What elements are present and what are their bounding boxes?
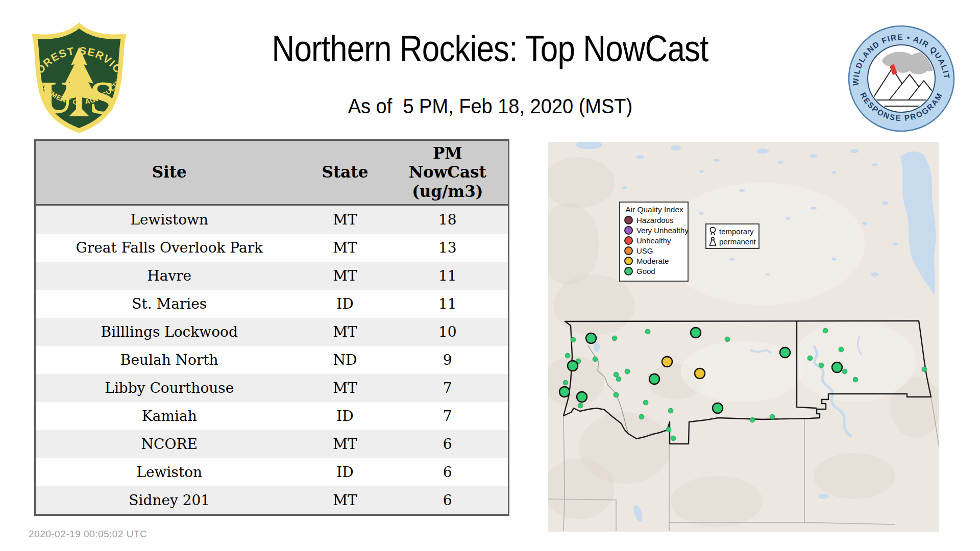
state-cell: MT — [303, 374, 387, 402]
site-cell: St. Maries — [35, 290, 303, 318]
state-cell: MT — [303, 234, 387, 262]
permanent-legend-row: permanent — [709, 236, 756, 246]
permanent-monitor-marker — [662, 357, 672, 367]
temporary-monitor-marker — [666, 427, 671, 432]
state-cell: MT — [303, 262, 387, 290]
value-cell: 7 — [387, 374, 509, 402]
temporary-monitor-marker — [563, 380, 568, 385]
temporary-monitor-marker — [807, 356, 813, 361]
temporary-monitor-marker — [578, 403, 583, 408]
aqi-label: Hazardous — [636, 216, 674, 224]
aqi-legend-title: Air Quality Index — [624, 205, 684, 214]
temporary-legend-row: temporary — [709, 226, 756, 236]
table-row: Libby CourthouseMT7 — [35, 374, 509, 402]
site-cell: Lewiston — [35, 458, 303, 486]
state-cell: ID — [303, 402, 387, 430]
permanent-monitor-marker — [832, 362, 842, 372]
table-row: St. MariesID11 — [35, 290, 509, 318]
table-body: LewistownMT18Great Falls Overlook ParkMT… — [35, 205, 509, 515]
permanent-monitor-marker — [691, 328, 701, 338]
column-header-state: State — [303, 140, 387, 205]
aqi-label: Very Unhealthy — [636, 226, 689, 235]
aqi-swatch — [624, 267, 633, 276]
temporary-monitor-marker — [593, 357, 598, 362]
temporary-monitor-marker — [839, 347, 844, 352]
temporary-monitor-marker — [671, 436, 676, 441]
permanent-monitor-marker — [713, 403, 723, 413]
site-cell: Sidney 201 — [35, 486, 303, 515]
temporary-monitor-marker — [571, 337, 576, 342]
aqi-map: Air Quality Index HazardousVery Unhealth… — [548, 142, 939, 532]
aqi-swatch — [624, 216, 633, 224]
temporary-monitor-marker — [625, 369, 630, 374]
permanent-monitor-marker — [568, 361, 578, 371]
report-slide: FOREST SERVICE U S DEPARTMENT OF AGRICUL… — [0, 0, 980, 551]
column-header-site: Site — [35, 140, 303, 205]
site-cell: Lewistown — [35, 205, 303, 234]
temporary-monitor-marker — [639, 414, 644, 419]
site-cell: Beulah North — [35, 346, 303, 374]
generation-timestamp: 2020-02-19 00:05:02 UTC — [29, 529, 147, 540]
permanent-label: permanent — [719, 237, 756, 246]
value-cell: 13 — [387, 234, 509, 262]
aqi-swatch — [624, 246, 633, 255]
table-row: Sidney 201MT6 — [35, 486, 509, 515]
aqi-swatch — [624, 226, 633, 235]
aqi-legend-item: Hazardous — [624, 216, 684, 224]
state-cell: MT — [303, 318, 387, 346]
state-cell: MT — [303, 430, 387, 458]
table-header: Site State PM NowCast (ug/m3) — [35, 140, 509, 205]
aqi-legend-item: USG — [624, 246, 684, 255]
aqi-label: Moderate — [636, 257, 669, 265]
permanent-monitor-marker — [577, 392, 587, 402]
temporary-monitor-marker — [725, 337, 730, 342]
aqi-legend-items: HazardousVery UnhealthyUnhealthyUSGModer… — [624, 216, 684, 276]
value-cell: 6 — [387, 458, 509, 486]
temporary-monitor-marker — [565, 353, 570, 358]
page-title: Northern Rockies: Top NowCast — [0, 28, 980, 69]
site-cell: NCORE — [35, 430, 303, 458]
basemap — [548, 142, 939, 532]
value-cell: 9 — [387, 346, 509, 374]
page-title-text: Northern Rockies: Top NowCast — [272, 28, 708, 69]
page-subtitle: As of 5 PM, Feb 18, 2020 (MST) — [0, 95, 980, 118]
value-cell: 10 — [387, 318, 509, 346]
temporary-monitor-marker — [819, 363, 824, 368]
column-header-pm-nowcast: PM NowCast (ug/m3) — [387, 140, 509, 205]
value-cell: 7 — [387, 402, 509, 430]
temporary-monitor-marker — [922, 367, 927, 372]
table-row: NCOREMT6 — [35, 430, 509, 458]
temporary-monitor-marker — [614, 372, 619, 377]
temporary-monitor-marker — [616, 377, 621, 382]
state-cell: ID — [303, 458, 387, 486]
table-row: Great Falls Overlook ParkMT13 — [35, 234, 509, 262]
site-cell: Great Falls Overlook Park — [35, 234, 303, 262]
value-cell: 6 — [387, 486, 509, 515]
aqi-legend: Air Quality Index HazardousVery Unhealth… — [619, 202, 689, 282]
site-cell: Havre — [35, 262, 303, 290]
temporary-monitor-marker — [770, 414, 775, 419]
temporary-monitor-marker — [643, 400, 648, 405]
value-cell: 11 — [387, 290, 509, 318]
table-row: LewistonID6 — [35, 458, 509, 486]
temporary-monitor-marker — [612, 336, 617, 341]
temporary-monitor-marker — [750, 417, 755, 422]
aqi-label: Good — [636, 267, 655, 276]
aqi-swatch — [624, 236, 633, 245]
aqi-swatch — [624, 257, 633, 265]
permanent-monitor-marker — [649, 374, 659, 384]
state-cell: MT — [303, 205, 387, 234]
aqi-label: Unhealthy — [636, 236, 671, 245]
value-cell: 11 — [387, 262, 509, 290]
marker-type-legend: temporary permanent — [705, 223, 760, 249]
temporary-label: temporary — [719, 227, 754, 236]
value-cell: 18 — [387, 205, 509, 234]
permanent-monitor-marker — [559, 387, 570, 397]
temporary-monitor-marker — [668, 408, 673, 413]
state-cell: ID — [303, 290, 387, 318]
permanent-monitor-marker — [586, 333, 596, 343]
page-subtitle-text: As of 5 PM, Feb 18, 2020 (MST) — [348, 95, 632, 118]
temporary-monitor-marker — [823, 328, 828, 333]
temporary-marker-icon — [709, 227, 717, 236]
nowcast-table: Site State PM NowCast (ug/m3) LewistownM… — [34, 139, 508, 516]
